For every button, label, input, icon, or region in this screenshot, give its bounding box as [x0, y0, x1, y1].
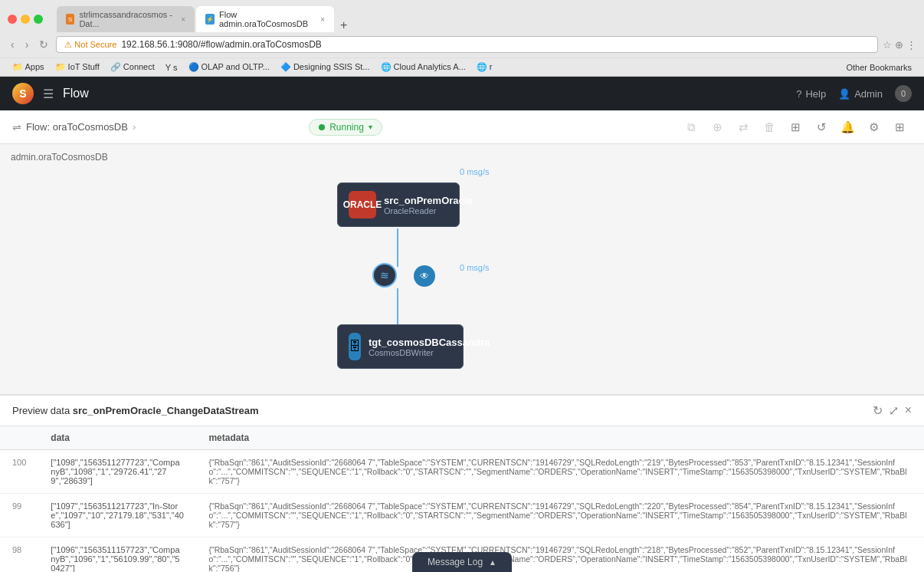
source-node-type: OracleReader [384, 206, 473, 215]
bookmark-olap[interactable]: 🔵 OLAP and OLTP... [184, 61, 274, 74]
col-header-metadata: metadata [196, 426, 924, 450]
preview-table: data metadata 100 ["1098","1563511277723… [0, 426, 924, 572]
bookmark-s[interactable]: Y s [161, 61, 182, 74]
col-header-rownum [0, 426, 38, 450]
tab-2-close[interactable]: × [320, 15, 325, 24]
connector-waves[interactable]: ≋ [372, 263, 397, 288]
connector-line-top [397, 228, 398, 267]
alert-button[interactable]: 🔔 [835, 115, 860, 140]
bookmark-icon[interactable]: ☆ [883, 39, 892, 51]
connector-eye[interactable]: 👁 [414, 265, 435, 287]
cosmos-icon: 🗄 [349, 333, 361, 360]
reload-button[interactable]: ↻ [36, 37, 51, 52]
close-dot[interactable] [8, 15, 17, 24]
browser-addressbar: ‹ › ↻ ⚠ Not Secure 192.168.56.1:9080/#fl… [0, 32, 924, 58]
back-button[interactable]: ‹ [8, 37, 18, 52]
bookmark-ssis[interactable]: 🔷 Designing SSIS St... [276, 61, 375, 74]
preview-actions: ↻ ⤢ × [873, 403, 912, 418]
address-text: 192.168.56.1:9080/#flow/admin.oraToCosmo… [121, 39, 322, 50]
row-num-100: 100 [0, 450, 38, 494]
target-node-name: tgt_cosmosDBCassandra [369, 337, 490, 348]
row-num-99: 99 [0, 494, 38, 537]
address-bar[interactable]: ⚠ Not Secure 192.168.56.1:9080/#flow/adm… [56, 36, 878, 53]
row-data-99: ["1097","1563511217723","In-Store","1097… [38, 494, 196, 537]
help-icon: ? [796, 88, 801, 100]
table-row: 99 ["1097","1563511217723","In-Store","1… [0, 494, 924, 537]
tab-1-close[interactable]: × [181, 15, 185, 24]
close-preview-button[interactable]: × [905, 403, 912, 418]
breadcrumb-separator: › [133, 121, 136, 133]
bookmark-iot[interactable]: 📁 IoT Stuff [51, 61, 104, 74]
breadcrumb-parent[interactable]: Flow: oraToCosmosDB [26, 121, 128, 133]
undo-button[interactable]: ↺ [809, 115, 834, 140]
help-button[interactable]: ? Help [796, 88, 826, 100]
source-node-name: src_onPremOracle [384, 195, 473, 206]
preview-header: Preview data src_onPremOracle_ChangeData… [0, 396, 924, 426]
settings-button[interactable]: ⚙ [861, 115, 886, 140]
bookmark-r[interactable]: 🌐 r [472, 61, 497, 74]
target-node[interactable]: 🗄 tgt_cosmosDBCassandra CosmosDBWriter [337, 324, 464, 369]
source-node[interactable]: ORACLE src_onPremOracle OracleReader [337, 182, 460, 227]
bookmark-cloud[interactable]: 🌐 Cloud Analytics A... [376, 61, 470, 74]
expand-button[interactable]: ⤢ [889, 403, 899, 418]
refresh-button[interactable]: ↻ [873, 403, 883, 418]
copy-button[interactable]: ⧉ [679, 115, 703, 140]
delete-button[interactable]: 🗑 [757, 115, 781, 140]
flow-canvas: admin.oraToCosmosDB 0 msg/s ORACLE src_o… [0, 144, 924, 394]
flow-toolbar: ⇌ Flow: oraToCosmosDB › Running ▾ ⧉ ⊕ ⇄ … [0, 110, 924, 144]
app-header: S ☰ Flow ? Help 👤 Admin 0 [0, 77, 924, 110]
browser-tabs: S strlimcassandracosmos - Dat... × ⚡ Flo… [57, 6, 916, 32]
deploy-button[interactable]: ⊞ [783, 115, 808, 140]
target-node-info: tgt_cosmosDBCassandra CosmosDBWriter [369, 337, 490, 357]
other-bookmarks[interactable]: Other Bookmarks [841, 61, 916, 74]
status-chevron-icon: ▾ [369, 123, 372, 131]
message-log-label: Message Log [428, 557, 483, 567]
zoom-icon[interactable]: ⊕ [895, 39, 903, 51]
tab-1-favicon: S [66, 14, 74, 25]
connector-line-bottom [397, 288, 398, 327]
row-metadata-99: {"RbaSqn":"861","AuditSessionId":"266806… [196, 494, 924, 537]
compare-button[interactable]: ⇄ [731, 115, 755, 140]
notification-count: 0 [901, 89, 906, 98]
not-secure-indicator: ⚠ Not Secure [64, 40, 116, 50]
chevron-up-icon: ▲ [489, 558, 496, 567]
app-logo[interactable]: S [12, 83, 34, 104]
tab-1-label: strlimcassandracosmos - Dat... [79, 10, 173, 28]
eye-icon: 👁 [420, 271, 429, 281]
breadcrumb-parent-label: Flow: [26, 121, 53, 133]
notification-badge[interactable]: 0 [895, 85, 912, 102]
row-metadata-100: {"RbaSqn":"861","AuditSessionId":"266806… [196, 450, 924, 494]
duplicate-button[interactable]: ⊕ [705, 115, 729, 140]
tab-2-label: Flow admin.oraToCosmosDB [219, 10, 313, 28]
message-log-bar[interactable]: Message Log ▲ [412, 552, 512, 572]
bookmark-apps[interactable]: 📁 Apps [8, 61, 49, 74]
warning-icon: ⚠ [64, 40, 72, 50]
window-controls [8, 15, 43, 24]
tab-2[interactable]: ⚡ Flow admin.oraToCosmosDB × [196, 6, 334, 32]
table-head: data metadata [0, 426, 924, 450]
oracle-icon: ORACLE [349, 191, 376, 219]
forward-button[interactable]: › [22, 37, 32, 52]
breadcrumb: ⇌ Flow: oraToCosmosDB › [12, 121, 309, 133]
bookmark-connect[interactable]: 🔗 Connect [106, 61, 159, 74]
tab-1[interactable]: S strlimcassandracosmos - Dat... × [57, 6, 195, 32]
hamburger-menu[interactable]: ☰ [43, 87, 54, 101]
minimize-dot[interactable] [21, 15, 30, 24]
data-table: data metadata 100 ["1098","1563511277723… [0, 426, 924, 572]
canvas-label: admin.oraToCosmosDB [11, 152, 108, 163]
preview-stream-name: src_onPremOracle_ChangeDataStream [73, 405, 259, 416]
menu-icon[interactable]: ⋮ [906, 39, 916, 51]
person-icon: 👤 [838, 88, 850, 100]
row-data-100: ["1098","1563511277723","CompanyB","1098… [38, 450, 196, 494]
help-label: Help [805, 88, 826, 100]
bookmarks-bar: 📁 Apps 📁 IoT Stuff 🔗 Connect Y s 🔵 OLAP … [0, 58, 924, 76]
waves-icon: ≋ [380, 269, 389, 281]
row-metadata-98: {"RbaSqn":"861","AuditSessionId":"266806… [196, 537, 924, 573]
row-num-98: 98 [0, 537, 38, 573]
grid-button[interactable]: ⊞ [887, 115, 912, 140]
maximize-dot[interactable] [34, 15, 43, 24]
toolbar-actions: ⧉ ⊕ ⇄ 🗑 ⊞ ↺ 🔔 ⚙ ⊞ [679, 115, 912, 140]
admin-button[interactable]: 👤 Admin [838, 88, 883, 100]
new-tab-button[interactable]: + [336, 18, 352, 32]
status-badge[interactable]: Running ▾ [309, 119, 382, 136]
